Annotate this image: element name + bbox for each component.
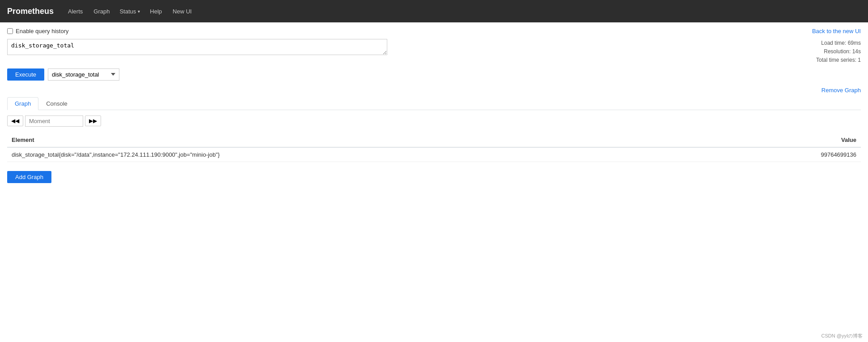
load-time-stat: Load time: 69ms — [816, 39, 861, 47]
nav-alerts[interactable]: Alerts — [67, 6, 84, 17]
nav-new-ui[interactable]: New UI — [172, 6, 193, 17]
main-content: Enable query history Back to the new UI … — [0, 22, 868, 188]
nav-help[interactable]: Help — [149, 6, 163, 17]
back-to-new-ui-link[interactable]: Back to the new UI — [812, 28, 861, 34]
table-row: disk_storage_total{disk="/data",instance… — [7, 147, 861, 162]
top-bar: Enable query history Back to the new UI — [7, 28, 861, 34]
query-stats-row: Load time: 69ms Resolution: 14s Total ti… — [7, 39, 861, 65]
tab-console[interactable]: Console — [38, 97, 75, 110]
enable-history-checkbox[interactable] — [7, 28, 13, 34]
execute-button[interactable]: Execute — [7, 68, 44, 81]
navbar: Prometheus Alerts Graph Status ▾ Help Ne… — [0, 0, 868, 22]
remove-graph-link[interactable]: Remove Graph — [821, 87, 861, 94]
results-table: Element Value disk_storage_total{disk="/… — [7, 133, 861, 162]
time-controls: ◀◀ ▶▶ — [7, 115, 861, 127]
element-column-header: Element — [7, 133, 716, 147]
footer: CSDN @yyIの博客 — [816, 330, 868, 342]
nav-graph[interactable]: Graph — [93, 6, 110, 17]
tabs-bar: Graph Console — [7, 97, 861, 110]
nav-status[interactable]: Status ▾ — [119, 8, 140, 15]
moment-input[interactable] — [25, 115, 83, 127]
value-column-header: Value — [716, 133, 861, 147]
status-caret-icon: ▾ — [138, 9, 140, 14]
add-graph-button[interactable]: Add Graph — [7, 171, 51, 183]
enable-history-label[interactable]: Enable query history — [7, 28, 69, 34]
query-input[interactable] — [7, 39, 387, 55]
resolution-stat: Resolution: 14s — [816, 47, 861, 56]
brand: Prometheus — [7, 7, 54, 16]
time-prev-button[interactable]: ◀◀ — [7, 115, 23, 126]
metric-select[interactable]: disk_storage_total — [48, 68, 119, 81]
tab-graph[interactable]: Graph — [7, 97, 38, 110]
footer-text: CSDN @yyIの博客 — [821, 333, 863, 338]
value-cell: 99764699136 — [716, 147, 861, 162]
execute-row: Execute disk_storage_total — [7, 68, 861, 81]
element-cell: disk_storage_total{disk="/data",instance… — [7, 147, 716, 162]
time-next-button[interactable]: ▶▶ — [85, 115, 101, 126]
remove-graph-row: Remove Graph — [7, 87, 861, 94]
total-series-stat: Total time series: 1 — [816, 56, 861, 64]
add-graph-row: Add Graph — [7, 171, 861, 183]
table-header-row: Element Value — [7, 133, 861, 147]
query-section — [7, 39, 816, 56]
stats-section: Load time: 69ms Resolution: 14s Total ti… — [816, 39, 861, 65]
